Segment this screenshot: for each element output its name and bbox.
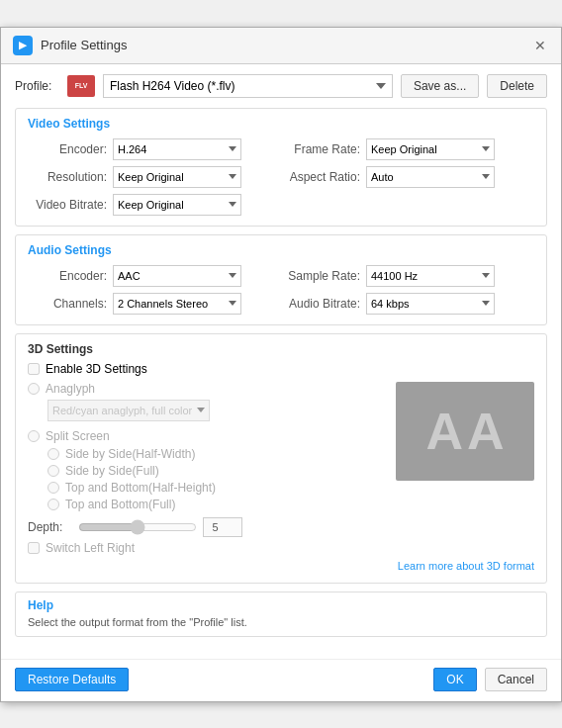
resolution-label: Resolution:	[28, 170, 107, 184]
split-half-width-radio[interactable]	[47, 448, 59, 460]
anaglyph-type-select[interactable]: Red/cyan anaglyph, full color	[47, 400, 210, 421]
sample-rate-label: Sample Rate:	[281, 269, 360, 283]
profile-select[interactable]: Flash H264 Video (*.flv)	[103, 74, 393, 98]
frame-rate-label: Frame Rate:	[281, 142, 360, 156]
profile-settings-window: ▶ Profile Settings ✕ Profile: FLV Flash …	[0, 27, 562, 702]
3d-options-left: Anaglyph Red/cyan anaglyph, full color S…	[28, 382, 386, 555]
delete-button[interactable]: Delete	[487, 74, 547, 98]
3d-preview: A A	[396, 382, 534, 481]
video-settings-title: Video Settings	[28, 117, 534, 131]
learn-more-row: Learn more about 3D format	[28, 559, 534, 573]
audio-bitrate-row: Audio Bitrate: 64 kbps	[281, 293, 534, 315]
profile-label: Profile:	[15, 79, 59, 93]
main-content: Profile: FLV Flash H264 Video (*.flv) Sa…	[1, 64, 561, 655]
encoder-select[interactable]: H.264	[113, 138, 241, 160]
aspect-ratio-row: Aspect Ratio: Auto	[281, 166, 534, 188]
split-option-3: Top and Bottom(Full)	[47, 498, 386, 511]
3d-settings-title: 3D Settings	[28, 342, 534, 356]
window-title: Profile Settings	[41, 38, 127, 52]
3d-settings-section: 3D Settings Enable 3D Settings Anaglyph …	[15, 333, 547, 584]
switch-left-right-row: Switch Left Right	[28, 541, 386, 555]
enable-3d-row: Enable 3D Settings	[28, 362, 534, 376]
channels-row: Channels: 2 Channels Stereo	[28, 293, 281, 315]
video-bitrate-label: Video Bitrate:	[28, 198, 107, 212]
learn-more-link[interactable]: Learn more about 3D format	[398, 560, 534, 572]
audio-settings-title: Audio Settings	[28, 243, 534, 257]
anaglyph-label: Anaglyph	[46, 382, 95, 396]
restore-defaults-button[interactable]: Restore Defaults	[15, 668, 129, 691]
split-option-1: Side by Side(Full)	[47, 464, 386, 478]
video-bitrate-select[interactable]: Keep Original	[113, 194, 241, 216]
audio-bitrate-select[interactable]: 64 kbps	[366, 293, 495, 315]
save-as-button[interactable]: Save as...	[401, 74, 479, 98]
encoder-label: Encoder:	[28, 142, 107, 156]
audio-bitrate-label: Audio Bitrate:	[281, 297, 360, 311]
split-full-radio[interactable]	[47, 465, 59, 477]
help-section: Help Select the output format from the "…	[15, 592, 547, 637]
enable-3d-label: Enable 3D Settings	[46, 362, 147, 376]
channels-label: Channels:	[28, 297, 107, 311]
help-text: Select the output format from the "Profi…	[28, 616, 534, 628]
depth-slider[interactable]	[78, 519, 197, 535]
depth-label: Depth:	[28, 520, 72, 534]
anaglyph-radio-row: Anaglyph	[28, 382, 386, 396]
3d-content: Anaglyph Red/cyan anaglyph, full color S…	[28, 382, 534, 555]
close-button[interactable]: ✕	[531, 37, 549, 54]
split-screen-label: Split Screen	[46, 429, 110, 443]
preview-letter-left: A	[425, 402, 463, 461]
audio-encoder-row: Encoder: AAC	[28, 265, 281, 287]
app-icon: ▶	[13, 36, 33, 55]
help-title: Help	[28, 598, 534, 612]
audio-settings-grid: Encoder: AAC Sample Rate: 44100 Hz Chann…	[28, 265, 534, 315]
audio-encoder-select[interactable]: AAC	[113, 265, 241, 287]
split-options-group: Side by Side(Half-Width) Side by Side(Fu…	[28, 447, 386, 511]
switch-left-right-checkbox[interactable]	[28, 542, 40, 554]
footer: Restore Defaults OK Cancel	[1, 659, 561, 701]
ok-button[interactable]: OK	[433, 668, 476, 691]
aspect-ratio-label: Aspect Ratio:	[281, 170, 360, 184]
channels-select[interactable]: 2 Channels Stereo	[113, 293, 241, 315]
depth-spinner[interactable]	[203, 517, 242, 537]
enable-3d-checkbox[interactable]	[28, 363, 40, 375]
aspect-ratio-select[interactable]: Auto	[366, 166, 495, 188]
switch-left-right-label: Switch Left Right	[46, 541, 135, 555]
video-settings-grid: Encoder: H.264 Frame Rate: Keep Original…	[28, 138, 534, 216]
audio-encoder-label: Encoder:	[28, 269, 107, 283]
top-bottom-full-radio[interactable]	[47, 499, 59, 510]
split-screen-radio-row: Split Screen	[28, 429, 386, 443]
profile-format-icon: FLV	[67, 75, 95, 97]
footer-right: OK Cancel	[433, 668, 547, 691]
title-bar: ▶ Profile Settings ✕	[1, 28, 561, 64]
depth-row: Depth:	[28, 517, 386, 537]
split-option-2: Top and Bottom(Half-Height)	[47, 481, 386, 495]
video-settings-section: Video Settings Encoder: H.264 Frame Rate…	[15, 108, 547, 227]
sample-rate-select[interactable]: 44100 Hz	[366, 265, 495, 287]
profile-row: Profile: FLV Flash H264 Video (*.flv) Sa…	[15, 74, 547, 98]
audio-settings-section: Audio Settings Encoder: AAC Sample Rate:…	[15, 234, 547, 325]
split-screen-radio[interactable]	[28, 430, 40, 442]
resolution-row: Resolution: Keep Original	[28, 166, 281, 188]
aa-preview-letters: A A	[425, 402, 504, 461]
cancel-button[interactable]: Cancel	[485, 668, 547, 691]
resolution-select[interactable]: Keep Original	[113, 166, 241, 188]
frame-rate-row: Frame Rate: Keep Original	[281, 138, 534, 160]
split-option-0: Side by Side(Half-Width)	[47, 447, 386, 461]
video-bitrate-row: Video Bitrate: Keep Original	[28, 194, 281, 216]
anaglyph-radio[interactable]	[28, 383, 40, 395]
encoder-row: Encoder: H.264	[28, 138, 281, 160]
frame-rate-select[interactable]: Keep Original	[366, 138, 495, 160]
sample-rate-row: Sample Rate: 44100 Hz	[281, 265, 534, 287]
preview-letter-right: A	[467, 402, 505, 461]
3d-radio-group: Anaglyph Red/cyan anaglyph, full color S…	[28, 382, 386, 511]
top-bottom-half-radio[interactable]	[47, 482, 59, 494]
